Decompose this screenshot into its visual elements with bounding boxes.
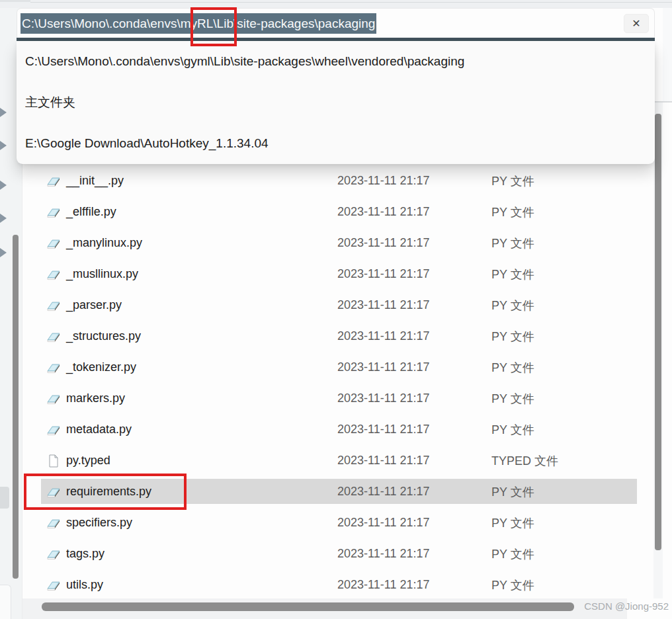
file-name: utils.py — [66, 578, 103, 592]
file-type: PY 文件 — [491, 329, 534, 345]
tree-expand-chevron-icon[interactable] — [0, 248, 7, 257]
file-type: PY 文件 — [491, 360, 534, 376]
explorer-window: __init__.py 2023-11-11 21:17 PY 文件 _elff… — [0, 0, 672, 619]
python-file-icon — [46, 298, 61, 313]
tab-corner — [0, 0, 30, 2]
file-type: TYPED 文件 — [491, 453, 558, 469]
file-row[interactable]: __init__.py 2023-11-11 21:17 PY 文件 — [41, 165, 637, 196]
file-date-modified: 2023-11-11 21:17 — [337, 236, 429, 250]
file-type: PY 文件 — [491, 484, 534, 500]
file-date-modified: 2023-11-11 21:17 — [337, 578, 429, 592]
python-file-icon — [46, 578, 61, 593]
file-row[interactable]: utils.py 2023-11-11 21:17 PY 文件 — [41, 569, 637, 600]
file-name: _manylinux.py — [66, 236, 142, 250]
suggestion-item[interactable]: 主文件夹 — [17, 82, 655, 123]
file-date-modified: 2023-11-11 21:17 — [337, 329, 429, 343]
suggestion-label: E:\Google Download\AutoHotkey_1.1.34.04 — [25, 136, 269, 151]
tree-expand-chevron-icon[interactable] — [0, 214, 7, 223]
file-name: _elffile.py — [66, 205, 116, 219]
file-row[interactable]: _tokenizer.py 2023-11-11 21:17 PY 文件 — [41, 352, 637, 383]
horizontal-scrollbar-thumb[interactable] — [42, 602, 574, 611]
file-date-modified: 2023-11-11 21:17 — [337, 360, 429, 374]
python-file-icon — [46, 205, 61, 220]
address-bar-input[interactable]: C:\Users\Mono\.conda\envs\myRL\Lib\site-… — [17, 8, 655, 38]
python-file-icon — [46, 236, 61, 251]
file-name: _tokenizer.py — [66, 360, 136, 374]
python-file-icon — [46, 392, 61, 406]
nav-pane-scroll-handle[interactable] — [0, 487, 9, 509]
file-row[interactable]: _parser.py 2023-11-11 21:17 PY 文件 — [41, 290, 637, 321]
file-date-modified: 2023-11-11 21:17 — [337, 454, 429, 468]
file-date-modified: 2023-11-11 21:17 — [337, 423, 429, 436]
file-row[interactable]: metadata.py 2023-11-11 21:17 PY 文件 — [41, 414, 637, 445]
file-date-modified: 2023-11-11 21:17 — [337, 267, 429, 281]
file-type: PY 文件 — [491, 422, 534, 438]
python-file-icon — [46, 547, 61, 561]
file-row[interactable]: markers.py 2023-11-11 21:17 PY 文件 — [41, 383, 637, 414]
suggestion-item[interactable]: C:\Users\Mono\.conda\envs\gyml\Lib\site-… — [17, 41, 655, 82]
python-file-icon — [46, 360, 61, 375]
annotation-box-myrl — [190, 7, 237, 46]
file-type: PY 文件 — [491, 173, 534, 189]
tab-bar-edge — [0, 0, 672, 8]
file-date-modified: 2023-11-11 21:17 — [337, 516, 429, 530]
python-file-icon — [46, 267, 61, 282]
vertical-scrollbar-thumb[interactable] — [655, 114, 661, 550]
file-type: PY 文件 — [491, 298, 534, 313]
file-name: metadata.py — [66, 423, 132, 436]
file-type: PY 文件 — [491, 235, 534, 251]
file-date-modified: 2023-11-11 21:17 — [337, 547, 429, 561]
file-name: __init__.py — [66, 174, 124, 188]
file-row[interactable]: specifiers.py 2023-11-11 21:17 PY 文件 — [41, 507, 637, 538]
file-type: PY 文件 — [491, 515, 534, 531]
file-type: PY 文件 — [491, 546, 534, 562]
file-type: PY 文件 — [491, 391, 534, 407]
file-row[interactable]: _structures.py 2023-11-11 21:17 PY 文件 — [41, 321, 637, 352]
nav-pane-scrollbar-thumb[interactable] — [13, 235, 19, 579]
file-date-modified: 2023-11-11 21:17 — [337, 392, 429, 405]
file-date-modified: 2023-11-11 21:17 — [337, 298, 429, 312]
suggestion-label: 主文件夹 — [25, 94, 75, 111]
python-file-icon — [46, 329, 61, 344]
right-edge-divider — [655, 101, 672, 103]
file-row[interactable]: _manylinux.py 2023-11-11 21:17 PY 文件 — [41, 227, 637, 259]
file-name: markers.py — [66, 392, 125, 405]
suggestion-item[interactable]: E:\Google Download\AutoHotkey_1.1.34.04 — [17, 123, 655, 164]
plain-file-icon — [46, 454, 61, 468]
tree-expand-chevron-icon[interactable] — [0, 181, 7, 190]
file-row[interactable]: _musllinux.py 2023-11-11 21:17 PY 文件 — [41, 259, 637, 290]
right-edge-panel — [663, 8, 672, 101]
file-type: PY 文件 — [491, 577, 534, 593]
file-name: _parser.py — [66, 298, 122, 312]
file-date-modified: 2023-11-11 21:17 — [337, 174, 429, 188]
file-type: PY 文件 — [491, 204, 534, 220]
watermark: CSDN @Jiong-952 — [584, 600, 669, 612]
tree-expand-chevron-icon[interactable] — [0, 108, 7, 117]
file-name: tags.py — [66, 547, 105, 561]
file-type: PY 文件 — [491, 267, 534, 282]
python-file-icon — [46, 423, 61, 437]
tab-bar-divider — [30, 2, 672, 3]
file-list: __init__.py 2023-11-11 21:17 PY 文件 _elff… — [41, 165, 637, 600]
file-name: py.typed — [66, 454, 110, 468]
address-suggestion-dropdown: C:\Users\Mono\.conda\envs\gyml\Lib\site-… — [17, 41, 655, 164]
suggestion-label: C:\Users\Mono\.conda\envs\gyml\Lib\site-… — [25, 54, 464, 69]
file-row[interactable]: py.typed 2023-11-11 21:17 TYPED 文件 — [41, 445, 637, 476]
annotation-box-requirements — [24, 474, 187, 510]
file-row[interactable]: _elffile.py 2023-11-11 21:17 PY 文件 — [41, 196, 637, 227]
file-date-modified: 2023-11-11 21:17 — [337, 485, 429, 499]
python-file-icon — [46, 516, 61, 530]
file-date-modified: 2023-11-11 21:17 — [337, 205, 429, 219]
file-name: _structures.py — [66, 329, 141, 343]
file-name: _musllinux.py — [66, 267, 138, 281]
close-icon[interactable]: ✕ — [624, 14, 649, 33]
tree-expand-chevron-icon[interactable] — [0, 141, 7, 150]
file-row[interactable]: tags.py 2023-11-11 21:17 PY 文件 — [41, 538, 637, 569]
nav-pane-bottom-corner — [0, 585, 11, 619]
file-name: specifiers.py — [66, 516, 132, 530]
python-file-icon — [46, 174, 61, 188]
